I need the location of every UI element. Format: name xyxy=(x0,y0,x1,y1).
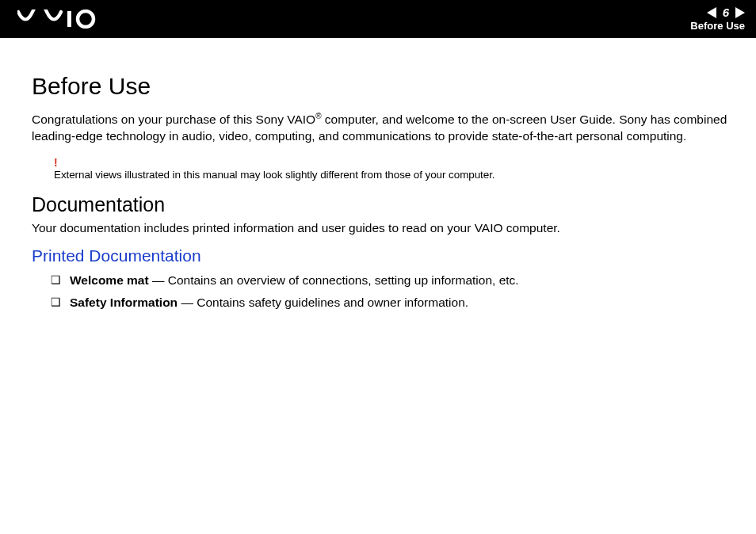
page-number: 6 xyxy=(721,6,731,20)
list-item: Welcome mat — Contains an overview of co… xyxy=(51,273,727,288)
note-bang-icon: ! xyxy=(54,157,727,168)
pager: 6 xyxy=(707,6,745,20)
header-bar: 6 Before Use xyxy=(0,0,756,38)
page-content: Before Use Congratulations on your purch… xyxy=(0,38,756,310)
item-name: Safety Information xyxy=(70,296,178,309)
documentation-heading: Documentation xyxy=(32,193,727,216)
header-right: 6 Before Use xyxy=(690,6,745,32)
intro-text-pre: Congratulations on your purchase of this… xyxy=(32,113,315,126)
note-text: External views illustrated in this manua… xyxy=(54,169,727,181)
header-section-label: Before Use xyxy=(690,21,745,32)
item-desc: — Contains an overview of connections, s… xyxy=(149,273,519,287)
svg-rect-0 xyxy=(67,11,71,27)
next-page-arrow-icon[interactable] xyxy=(735,7,745,18)
item-desc: — Contains safety guidelines and owner i… xyxy=(178,296,468,309)
prev-page-arrow-icon[interactable] xyxy=(707,7,716,18)
registered-mark: ® xyxy=(315,112,321,120)
printed-documentation-heading: Printed Documentation xyxy=(32,246,727,265)
page-title: Before Use xyxy=(32,73,727,100)
documentation-sub: Your documentation includes printed info… xyxy=(32,221,727,235)
note-block: ! External views illustrated in this man… xyxy=(54,157,727,181)
vaio-logo xyxy=(17,10,105,29)
intro-paragraph: Congratulations on your purchase of this… xyxy=(32,111,727,144)
item-name: Welcome mat xyxy=(70,273,149,287)
svg-point-1 xyxy=(78,11,94,27)
list-item: Safety Information — Contains safety gui… xyxy=(51,296,727,310)
printed-doc-list: Welcome mat — Contains an overview of co… xyxy=(51,273,727,310)
